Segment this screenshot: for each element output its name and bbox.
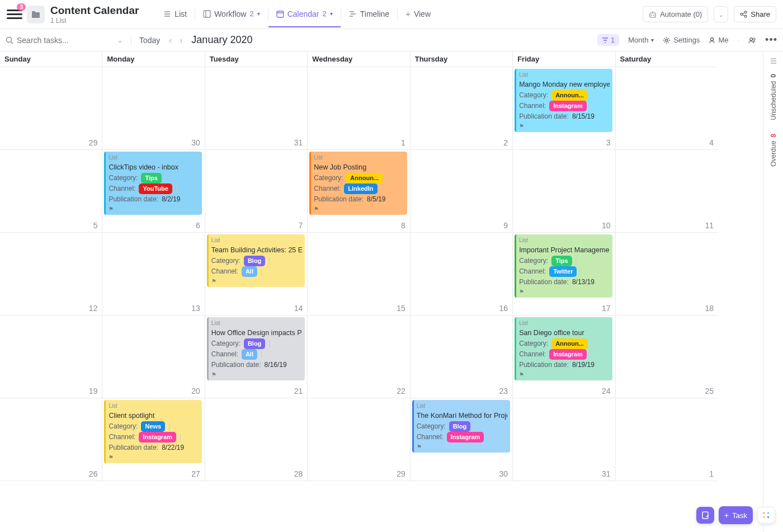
day-cell[interactable]: 19 <box>0 316 102 398</box>
automate-button[interactable]: Automate (0) <box>643 6 708 22</box>
svg-point-12 <box>753 38 755 40</box>
day-cell[interactable]: 30 <box>102 67 205 150</box>
day-cell[interactable]: 28 <box>205 398 308 481</box>
rail-overdue[interactable]: Overdue 8 <box>770 129 777 171</box>
me-filter[interactable]: Me <box>709 36 728 44</box>
day-cell[interactable]: 31 <box>205 67 308 150</box>
rail-unscheduled-count: 0 <box>770 74 777 78</box>
tab-workflow-count: 2 <box>249 10 253 18</box>
tab-list[interactable]: List <box>155 2 195 27</box>
page-title-wrap: Content Calendar 1 List <box>50 4 139 25</box>
event-card[interactable]: ListClickTips video - inboxCategory: Tip… <box>104 152 202 215</box>
day-cell[interactable]: 11 <box>616 150 718 233</box>
day-cell[interactable]: ListTeam Building Activities: 25 ExCateg… <box>205 233 308 316</box>
hamburger-menu[interactable]: 3 <box>7 7 22 22</box>
event-card[interactable]: ListImportant Project ManagementCategory… <box>515 234 612 298</box>
folder-icon[interactable] <box>27 6 45 23</box>
day-cell[interactable]: ListNew Job PostingCategory: Announ... |… <box>308 150 410 233</box>
day-header: Thursday <box>411 51 513 67</box>
event-category-tag: News <box>141 421 165 432</box>
rail-unscheduled[interactable]: Unscheduled 0 <box>770 69 777 125</box>
day-cell[interactable]: ListMango Monday new employeeCategory: A… <box>513 67 615 150</box>
day-cell[interactable]: ListSan Diego office tourCategory: Annou… <box>513 316 615 398</box>
today-button[interactable]: Today <box>139 36 160 45</box>
tab-calendar[interactable]: Calendar 2 ▾ <box>268 2 341 27</box>
day-cell[interactable]: 13 <box>102 233 205 316</box>
right-rail: Unscheduled 0 Overdue 8 <box>763 51 783 532</box>
share-icon <box>740 11 747 18</box>
day-cell[interactable]: 25 <box>616 316 718 398</box>
day-cell[interactable]: ListHow Office Design impacts PrCategory… <box>205 316 308 398</box>
day-cell[interactable]: 1 <box>616 398 718 481</box>
day-cell[interactable]: ListClickTips video - inboxCategory: Tip… <box>102 150 205 233</box>
expand-icon[interactable] <box>770 57 777 65</box>
event-list-label: List <box>109 402 199 411</box>
assignee-filter[interactable] <box>748 37 756 44</box>
month-label: Month <box>628 36 648 44</box>
flag-icon: ⚑ <box>519 122 610 131</box>
event-card[interactable]: ListClient spotlightCategory: News |Chan… <box>104 400 202 463</box>
month-selector[interactable]: Month ▾ <box>628 36 654 44</box>
task-fab[interactable]: + Task <box>719 506 753 524</box>
flag-icon: ⚑ <box>211 370 302 379</box>
hamburger-badge: 3 <box>17 3 26 11</box>
automate-dropdown[interactable]: ⌄ <box>714 6 728 22</box>
day-cell[interactable]: 23 <box>411 316 513 398</box>
event-card[interactable]: ListThe KonMari Method for ProjeCategory… <box>412 400 510 453</box>
day-cell[interactable]: ListClient spotlightCategory: News |Chan… <box>102 398 205 481</box>
day-cell[interactable]: ListImportant Project ManagementCategory… <box>513 233 615 316</box>
day-cell[interactable]: 2 <box>411 67 513 150</box>
filter-count: 1 <box>611 36 615 44</box>
day-cell[interactable]: ListThe KonMari Method for ProjeCategory… <box>411 398 513 481</box>
day-cell[interactable]: 16 <box>411 233 513 316</box>
day-number: 1 <box>401 138 405 147</box>
next-month[interactable]: › <box>177 34 185 46</box>
day-cell[interactable]: 12 <box>0 233 102 316</box>
day-cell[interactable]: 15 <box>308 233 410 316</box>
month-title: January 2020 <box>191 34 252 46</box>
day-cell[interactable]: 29 <box>0 67 102 150</box>
event-card[interactable]: ListSan Diego office tourCategory: Annou… <box>515 317 612 380</box>
event-title: How Office Design impacts Pr <box>211 328 302 338</box>
event-pub-date: 8/5/19 <box>367 194 385 205</box>
more-menu[interactable]: ••• <box>765 34 777 46</box>
tab-add-view[interactable]: + View <box>398 1 438 27</box>
apps-fab[interactable] <box>757 507 775 524</box>
day-number: 15 <box>397 304 405 313</box>
day-cell[interactable]: 29 <box>308 398 410 481</box>
note-fab[interactable] <box>696 507 714 524</box>
view-tabs: List Workflow 2 ▾ Calendar 2 ▾ Timeline … <box>155 1 438 27</box>
day-cell[interactable]: 5 <box>0 150 102 233</box>
day-cell[interactable]: 4 <box>616 67 718 150</box>
event-card[interactable]: ListNew Job PostingCategory: Announ... |… <box>309 152 407 215</box>
day-number: 12 <box>89 304 98 313</box>
search-dropdown[interactable]: ⌄ <box>117 36 123 44</box>
day-cell[interactable]: 9 <box>411 150 513 233</box>
week-row: 1213ListTeam Building Activities: 25 ExC… <box>0 233 718 316</box>
event-card[interactable]: ListHow Office Design impacts PrCategory… <box>207 317 305 380</box>
day-number: 1 <box>709 469 714 478</box>
day-cell[interactable]: 20 <box>102 316 205 398</box>
tab-workflow[interactable]: Workflow 2 ▾ <box>195 2 268 27</box>
day-cell[interactable]: 26 <box>0 398 102 481</box>
day-cell[interactable]: 7 <box>205 150 308 233</box>
settings-button[interactable]: Settings <box>663 36 700 44</box>
event-category-tag: Blog <box>244 338 265 349</box>
day-cell[interactable]: 10 <box>513 150 615 233</box>
top-header: 3 Content Calendar 1 List List Workflow … <box>0 0 783 29</box>
day-header: Saturday <box>616 51 718 67</box>
filter-button[interactable]: 1 <box>597 34 619 46</box>
svg-point-8 <box>7 37 12 42</box>
day-cell[interactable]: 31 <box>513 398 615 481</box>
tab-timeline[interactable]: Timeline <box>341 2 397 27</box>
share-button[interactable]: Share <box>734 6 776 22</box>
event-card[interactable]: ListMango Monday new employeeCategory: A… <box>515 69 612 132</box>
day-header: Tuesday <box>205 51 308 67</box>
event-card[interactable]: ListTeam Building Activities: 25 ExCateg… <box>207 234 305 287</box>
search-input[interactable] <box>17 36 95 45</box>
gear-icon <box>663 36 671 44</box>
day-cell[interactable]: 22 <box>308 316 410 398</box>
prev-month[interactable]: ‹ <box>167 34 174 46</box>
day-cell[interactable]: 1 <box>308 67 410 150</box>
day-cell[interactable]: 18 <box>616 233 718 316</box>
